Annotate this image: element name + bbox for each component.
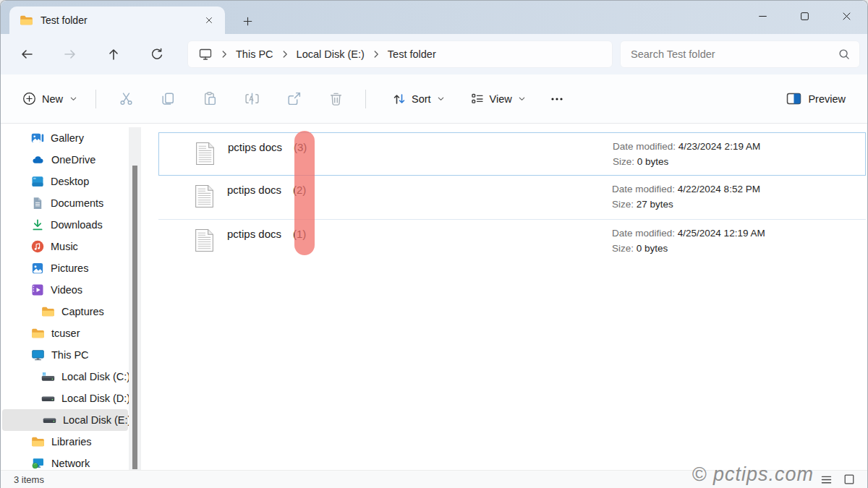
sidebar-scrollbar-thumb[interactable] [132,166,137,469]
more-options-icon[interactable] [541,86,573,112]
desktop-icon [31,175,44,188]
sidebar-item-pictures[interactable]: Pictures [1,257,128,279]
sidebar-item-label: Music [51,241,78,252]
sidebar-item-tcuser[interactable]: tcuser [1,322,128,344]
cut-button[interactable] [105,86,147,112]
maximize-button[interactable] [783,1,825,31]
date-modified-value: 4/25/2024 12:19 AM [678,228,765,239]
document-icon [195,228,214,252]
sidebar-item-libraries[interactable]: Libraries [1,431,128,453]
drive-icon [41,394,55,403]
tab-close-icon[interactable] [200,12,218,29]
new-button[interactable]: New [14,86,87,112]
sidebar-item-captures[interactable]: Captures [1,301,128,322]
close-button[interactable] [825,1,867,31]
search-icon [838,48,851,61]
breadcrumb-this-pc[interactable]: This PC [231,48,278,60]
details-view-icon[interactable] [818,472,834,487]
sidebar-item-local-disk-e[interactable]: Local Disk (E:) [2,409,128,431]
sort-button-label: Sort [412,93,431,105]
refresh-button[interactable] [147,44,167,64]
view-toggles [818,472,857,487]
folder-icon [20,14,33,26]
navigation-pane: Gallery OneDrive Desktop Documents Downl… [1,127,128,474]
music-icon [31,240,44,253]
preview-button-label: Preview [808,93,846,105]
folder-icon [41,306,55,317]
share-button[interactable] [273,86,315,112]
sidebar-item-label: Videos [51,284,82,296]
file-explorer-window: Test folder [0,0,868,488]
file-list: pctips docs (3) Date modified: 4/23/2024… [153,124,867,470]
sidebar-item-desktop[interactable]: Desktop [1,171,128,192]
chevron-down-icon [517,94,527,103]
sidebar-item-label: OneDrive [51,154,95,166]
drive-icon [43,416,56,425]
large-icons-view-icon[interactable] [841,472,857,487]
chevron-down-icon [436,94,446,103]
window-controls [741,1,867,31]
file-row[interactable]: pctips docs (1) Date modified: 4/25/2024… [158,219,866,262]
forward-button[interactable] [60,44,80,64]
sidebar-item-label: Downloads [51,219,103,231]
sort-icon [392,92,407,106]
address-bar[interactable]: This PC Local Disk (E:) Test folder [187,40,613,68]
sidebar-item-label: Local Disk (D:) [61,393,130,404]
date-modified-label: Date modified: [613,141,676,152]
annotation-highlight [294,131,315,255]
onedrive-icon [31,155,45,165]
file-row[interactable]: pctips docs (3) Date modified: 4/23/2024… [158,132,866,176]
sidebar-item-label: Gallery [51,132,84,144]
delete-button[interactable] [315,86,357,112]
sidebar-item-local-disk-c[interactable]: Local Disk (C:) [1,366,128,388]
tab-test-folder[interactable]: Test folder [9,7,225,34]
file-details: Date modified: 4/22/2024 8:52 PM Size: 2… [612,181,760,212]
document-icon [195,142,215,166]
size-value: 0 bytes [637,243,668,254]
size-value: 27 bytes [637,199,673,210]
sidebar-scrollbar-track[interactable] [129,127,141,471]
sidebar-item-this-pc[interactable]: This PC [1,344,128,366]
search-box[interactable] [620,40,860,68]
sidebar-item-onedrive[interactable]: OneDrive [1,149,128,171]
preview-button[interactable]: Preview [778,86,854,112]
date-modified-label: Date modified: [612,228,675,239]
sidebar-item-label: Local Disk (E:) [63,414,131,426]
back-button[interactable] [17,44,37,64]
view-button-label: View [490,93,512,105]
sidebar-item-label: Local Disk (C:) [61,371,130,382]
search-input[interactable] [631,48,838,60]
chevron-right-icon [278,48,292,60]
pictures-icon [31,262,44,275]
breadcrumb-test-folder[interactable]: Test folder [383,48,441,60]
rename-button[interactable] [231,86,273,112]
minimize-button[interactable] [741,1,783,31]
sidebar-item-documents[interactable]: Documents [1,192,128,214]
this-pc-icon [31,348,45,361]
view-button[interactable]: View [463,86,534,112]
file-name: pctips docs [228,141,282,153]
up-button[interactable] [103,44,124,64]
sidebar-item-local-disk-d[interactable]: Local Disk (D:) [1,388,128,409]
sidebar-item-music[interactable]: Music [1,236,128,257]
sidebar-item-videos[interactable]: Videos [1,279,128,301]
breadcrumb-local-disk-e[interactable]: Local Disk (E:) [292,48,369,60]
chevron-down-icon [69,94,78,103]
new-button-label: New [42,93,63,105]
paste-button[interactable] [189,86,231,112]
sidebar-item-downloads[interactable]: Downloads [1,214,128,236]
sidebar-item-label: Network [51,458,90,469]
this-pc-icon [194,47,217,61]
date-modified-value: 4/23/2024 2:19 AM [678,141,760,152]
size-label: Size: [613,156,634,167]
new-tab-button[interactable] [238,12,257,30]
titlebar: Test folder [1,1,867,34]
drive-icon [41,372,55,382]
sort-button[interactable]: Sort [385,86,453,112]
downloads-icon [31,218,44,231]
file-name: pctips docs [227,184,281,196]
sidebar-item-gallery[interactable]: Gallery [1,127,128,149]
copy-button[interactable] [147,86,189,112]
file-row[interactable]: pctips docs (2) Date modified: 4/22/2024… [158,176,866,219]
file-details: Date modified: 4/25/2024 12:19 AM Size: … [612,226,765,256]
